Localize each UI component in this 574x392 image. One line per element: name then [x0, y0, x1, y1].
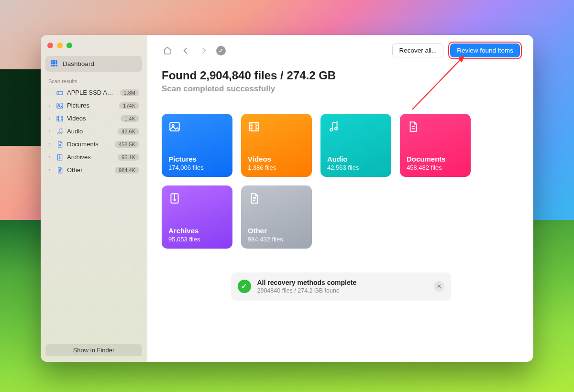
card-subtitle: 1,386 files — [248, 164, 305, 171]
card-subtitle: 458,482 files — [407, 164, 464, 171]
sidebar-item-label: Pictures — [67, 102, 116, 109]
svg-rect-30 — [170, 122, 179, 131]
video-icon — [248, 120, 305, 134]
sidebar-item-audio[interactable]: ›Audio42.6K — [45, 125, 142, 138]
back-icon[interactable] — [180, 45, 191, 56]
sidebar-count-badge: 1.8M — [120, 89, 139, 96]
category-card-documents[interactable]: Documents458,482 files — [400, 114, 471, 177]
chevron-right-icon: › — [47, 129, 52, 134]
card-subtitle: 984,432 files — [248, 236, 305, 243]
svg-rect-0 — [51, 60, 53, 62]
svg-rect-7 — [53, 65, 55, 66]
document-icon — [407, 120, 464, 134]
card-subtitle: 95,053 files — [168, 236, 226, 243]
svg-point-39 — [330, 129, 332, 131]
page-title: Found 2,904,840 files / 274.2 GB — [162, 69, 520, 82]
success-check-icon: ✓ — [238, 280, 251, 293]
review-found-items-button[interactable]: Review found items — [450, 44, 520, 57]
card-title: Pictures — [168, 155, 226, 163]
forward-icon[interactable] — [198, 45, 210, 56]
chevron-right-icon: › — [47, 167, 52, 173]
section-label: Scan results — [45, 78, 142, 86]
status-line2: 2904840 files / 274.2 GB found — [257, 287, 357, 294]
sidebar: Dashboard Scan results APPLE SSD AP0…1.8… — [41, 35, 147, 362]
archive-icon — [168, 192, 226, 206]
dismiss-toast-button[interactable]: ✕ — [434, 281, 444, 292]
svg-point-20 — [57, 132, 59, 134]
card-title: Videos — [248, 155, 305, 163]
review-label: Review found items — [457, 47, 513, 54]
chevron-right-icon: › — [47, 116, 52, 121]
sidebar-item-label: Audio — [67, 128, 114, 135]
sidebar-item-label: Videos — [67, 115, 117, 122]
dashboard-nav[interactable]: Dashboard — [45, 56, 142, 72]
archive-icon — [55, 153, 64, 161]
chevron-right-icon: › — [47, 154, 52, 160]
category-card-other[interactable]: Other984,432 files — [241, 185, 312, 249]
svg-rect-2 — [55, 60, 57, 62]
category-cards: Pictures174,006 filesVideos1,386 filesAu… — [162, 114, 520, 249]
card-subtitle: 42,563 files — [327, 164, 385, 171]
svg-rect-5 — [55, 62, 57, 64]
svg-rect-4 — [53, 62, 55, 64]
category-card-audio[interactable]: Audio42,563 files — [320, 114, 391, 177]
card-title: Other — [248, 227, 305, 235]
show-in-finder-button[interactable]: Show in Finder — [45, 344, 142, 356]
sidebar-item-other[interactable]: ›Other984.4K — [45, 163, 142, 176]
maximize-button[interactable] — [66, 43, 72, 48]
sidebar-count-badge: 984.4K — [115, 167, 139, 174]
sidebar-count-badge: 95.1K — [118, 154, 139, 161]
svg-point-21 — [60, 132, 62, 133]
sidebar-count-badge: 42.6K — [118, 128, 139, 135]
status-check-icon: ✓ — [216, 46, 226, 55]
dashboard-label: Dashboard — [63, 60, 94, 67]
svg-point-40 — [335, 128, 337, 130]
category-card-archives[interactable]: Archives95,053 files — [162, 185, 232, 249]
category-card-videos[interactable]: Videos1,386 files — [241, 114, 312, 177]
video-icon — [55, 114, 64, 122]
svg-rect-11 — [57, 103, 63, 108]
card-title: Documents — [407, 155, 464, 163]
picture-icon — [168, 120, 226, 134]
other-icon — [248, 192, 305, 206]
sidebar-item-apple-ssd-ap-[interactable]: APPLE SSD AP0…1.8M — [45, 86, 142, 99]
card-subtitle: 174,006 files — [168, 164, 226, 171]
sidebar-count-badge: 1.4K — [121, 115, 139, 122]
home-icon[interactable] — [162, 45, 173, 56]
audio-icon — [55, 127, 64, 135]
document-icon — [55, 140, 64, 148]
grid-icon — [50, 59, 58, 68]
toolbar: ✓ Recover all... Review found items — [162, 44, 520, 57]
close-button[interactable] — [47, 43, 53, 48]
svg-rect-32 — [249, 122, 259, 131]
svg-rect-6 — [51, 65, 53, 66]
svg-rect-13 — [57, 116, 63, 121]
sidebar-item-label: Archives — [67, 153, 114, 161]
sidebar-item-videos[interactable]: ›Videos1.4K — [45, 112, 142, 125]
category-card-pictures[interactable]: Pictures174,006 files — [162, 114, 232, 177]
sidebar-items: APPLE SSD AP0…1.8M›Pictures174K›Videos1.… — [45, 86, 142, 176]
sidebar-item-label: APPLE SSD AP0… — [67, 89, 117, 96]
picture-icon — [55, 101, 64, 109]
sidebar-count-badge: 458.5K — [115, 141, 139, 148]
svg-point-26 — [59, 158, 60, 159]
status-text: All recovery methods complete 2904840 fi… — [257, 279, 357, 294]
chevron-right-icon: › — [47, 103, 52, 108]
minimize-button[interactable] — [57, 43, 63, 48]
app-window: Dashboard Scan results APPLE SSD AP0…1.8… — [41, 35, 533, 362]
card-title: Audio — [327, 155, 385, 163]
svg-point-45 — [174, 199, 176, 201]
window-controls — [45, 42, 142, 56]
svg-rect-1 — [53, 60, 55, 62]
sidebar-item-archives[interactable]: ›Archives95.1K — [45, 151, 142, 163]
svg-rect-3 — [51, 62, 53, 64]
sidebar-item-documents[interactable]: ›Documents458.5K — [45, 138, 142, 151]
sidebar-item-label: Documents — [67, 141, 111, 148]
page-subtitle: Scan completed successfully — [162, 84, 520, 94]
svg-point-10 — [58, 93, 58, 93]
sidebar-item-label: Other — [67, 166, 111, 174]
recover-all-button[interactable]: Recover all... — [392, 44, 443, 57]
audio-icon — [327, 120, 385, 134]
chevron-right-icon: › — [47, 142, 52, 147]
sidebar-item-pictures[interactable]: ›Pictures174K — [45, 99, 142, 112]
